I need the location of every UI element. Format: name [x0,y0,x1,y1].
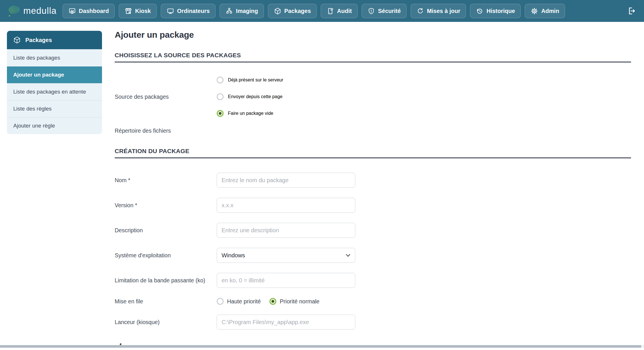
select-systeme-d-exploitation[interactable]: Windows [217,248,355,263]
radio-option-envoyer-depuis-cette-page: Envoyer depuis cette page [217,88,631,105]
medulla-brain-logo-icon [7,5,21,17]
source-packages-row: Source des packages Déjà présent sur le … [115,72,631,122]
scrollbar-thumb[interactable] [0,345,641,348]
select-value: Windows [222,252,245,259]
nav-item-label: Audit [337,8,352,14]
package-cube-icon [13,36,21,44]
app-logo[interactable]: medulla [7,5,57,17]
radio-priorite-normale[interactable] [269,298,276,305]
radio-haute-priorite[interactable] [217,298,224,305]
admin-gear-icon [530,7,538,15]
nav-item-label: Admin [541,8,559,14]
form-row-systeme-d-exploitation: Système d'exploitationWindows [115,248,631,263]
logout-icon [626,6,636,16]
form-row-nom: Nom * [115,173,631,188]
sidebar-menu: Liste des packagesAjouter un packageList… [7,49,102,134]
package-creation-form: Nom *Version *DescriptionSystème d'explo… [115,173,631,330]
sidebar: Packages Liste des packagesAjouter un pa… [7,31,102,134]
field-label-systeme-d-exploitation: Système d'exploitation [115,252,217,259]
radio-option-haute-priorite: Haute priorité [217,298,261,305]
nav-item-label: Historique [486,8,515,14]
source-packages-label: Source des packages [115,94,217,100]
field-label-lanceur-kiosque: Lanceur (kiosque) [115,319,217,326]
radio-label[interactable]: Faire un package vide [228,111,273,116]
source-options-group: Déjà présent sur le serveurEnvoyer depui… [217,72,631,122]
nav-item-ordinateurs[interactable]: Ordinateurs [161,4,216,18]
radio-label[interactable]: Déjà présent sur le serveur [228,77,283,83]
packages-icon [274,7,282,15]
chevron-down-icon [346,254,350,257]
input-nom[interactable] [217,173,355,188]
nav-item-historique[interactable]: Historique [470,4,521,18]
sidebar-item-liste-des-packages-en-attente[interactable]: Liste des packages en attente [7,83,102,100]
nav-item-label: Ordinateurs [177,8,210,14]
radio-deja-present-sur-le-serveur[interactable] [217,77,224,83]
nav-item-securite[interactable]: Sécurité [362,4,407,18]
form-row-mise-en-file: Mise en fileHaute prioritéPriorité norma… [115,298,631,305]
nav-item-label: Packages [284,8,311,14]
logout-button[interactable] [626,6,636,16]
history-clock-icon [476,7,484,15]
sidebar-title: Packages [25,37,52,43]
field-label-description: Description [115,227,217,234]
nav-item-label: Mises à jour [427,8,460,14]
kiosk-icon [124,7,132,15]
input-description[interactable] [217,223,355,238]
nav-item-imaging[interactable]: Imaging [220,4,264,18]
nav-item-kiosk[interactable]: Kiosk [119,4,156,18]
sidebar-item-liste-des-packages[interactable]: Liste des packages [7,49,102,66]
nav-item-dashboard[interactable]: Dashboard [63,4,115,18]
sidebar-item-liste-des-regles[interactable]: Liste des règles [7,100,102,117]
input-version[interactable] [217,198,355,213]
radio-option-deja-present-sur-le-serveur: Déjà présent sur le serveur [217,72,631,88]
nav-item-label: Imaging [236,8,258,14]
updates-refresh-icon [416,7,424,15]
nav-item-label: Kiosk [135,8,151,14]
nav-item-mises-a-jour[interactable]: Mises à jour [411,4,466,18]
radio-group-mise-en-file: Haute prioritéPriorité normale [217,298,631,305]
nav-item-packages[interactable]: Packages [268,4,317,18]
form-row-version: Version * [115,198,631,213]
sidebar-item-ajouter-un-package[interactable]: Ajouter un package [7,66,102,83]
top-navbar: medulla DashboardKioskOrdinateursImaging… [0,0,644,22]
form-row-limitation-de-la-bande-passante-ko: Limitation de la bande passante (ko) [115,273,631,288]
main-nav: DashboardKioskOrdinateursImagingPackages… [63,4,565,18]
radio-label[interactable]: Priorité normale [280,298,320,305]
form-row-description: Description [115,223,631,238]
sidebar-header: Packages [7,31,102,49]
field-label-version: Version * [115,202,217,209]
nav-item-audit[interactable]: Audit [321,4,358,18]
nav-item-label: Dashboard [79,8,109,14]
radio-faire-un-package-vide[interactable] [217,110,224,117]
input-limitation-de-la-bande-passante-ko[interactable] [217,273,355,288]
dashboard-icon [68,7,76,15]
section-heading-source: CHOISISSEZ LA SOURCE DES PACKAGES [115,52,631,62]
radio-option-priorite-normale: Priorité normale [269,298,320,305]
main-content: Ajouter un package CHOISISSEZ LA SOURCE … [115,30,631,340]
form-row-lanceur-kiosque: Lanceur (kiosque) [115,315,631,330]
security-shield-icon [367,7,375,15]
field-label-nom: Nom * [115,177,217,184]
radio-label[interactable]: Envoyer depuis cette page [228,94,282,99]
radio-label[interactable]: Haute priorité [227,298,261,305]
section-heading-creation: CRÉATION DU PACKAGE [115,148,631,158]
radio-envoyer-depuis-cette-page[interactable] [217,93,224,100]
logo-text: medulla [23,6,57,16]
nav-item-admin[interactable]: Admin [525,4,565,18]
nav-item-label: Sécurité [378,8,401,14]
file-directory-label: Répertoire des fichiers [115,128,631,134]
horizontal-scrollbar[interactable] [0,345,644,348]
field-label-mise-en-file: Mise en file [115,298,217,305]
computers-icon [167,7,174,15]
radio-option-faire-un-package-vide: Faire un package vide [217,105,631,122]
audit-icon [326,7,334,15]
imaging-icon [225,7,233,15]
sidebar-item-ajouter-une-regle[interactable]: Ajouter une règle [7,117,102,134]
input-lanceur-kiosque[interactable] [217,315,355,330]
page-title: Ajouter un package [115,30,631,40]
field-label-limitation-de-la-bande-passante-ko: Limitation de la bande passante (ko) [115,277,217,284]
